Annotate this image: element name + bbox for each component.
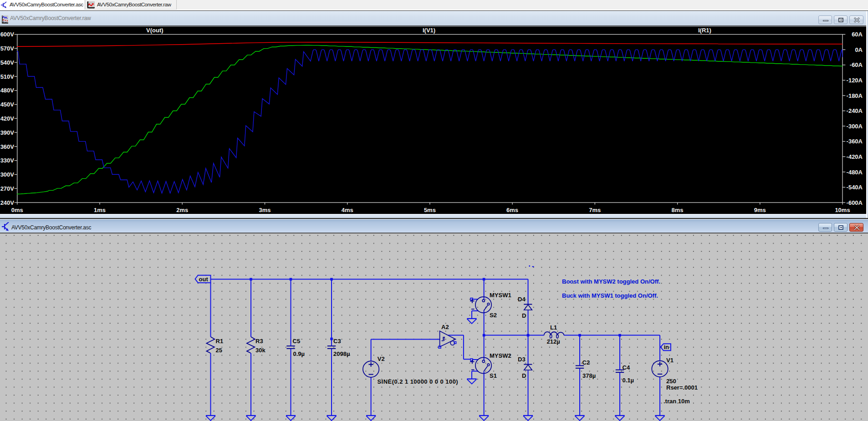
svg-text:C3: C3 (333, 338, 341, 345)
svg-text:480V: 480V (0, 87, 15, 94)
svg-text:2ms: 2ms (176, 207, 188, 213)
svg-text:D: D (522, 372, 526, 379)
svg-text:-540A: -540A (847, 184, 863, 191)
svg-text:378µ: 378µ (582, 372, 596, 379)
svg-text:S2: S2 (490, 312, 497, 319)
svg-text:330V: 330V (0, 157, 15, 164)
svg-text:360V: 360V (0, 143, 15, 150)
svg-text:8ms: 8ms (672, 207, 684, 213)
svg-text:C2: C2 (582, 359, 590, 366)
svg-text:-180A: -180A (847, 92, 863, 99)
svg-text:-600A: -600A (847, 199, 863, 206)
svg-text:-300A: -300A (847, 122, 863, 129)
svg-text:30k: 30k (255, 347, 266, 354)
svg-text:300V: 300V (0, 171, 15, 178)
svg-text:25: 25 (216, 347, 222, 354)
svg-text:MYSW2: MYSW2 (490, 352, 511, 359)
svg-text:0A: 0A (855, 46, 863, 53)
svg-text:in: in (664, 344, 669, 350)
svg-text:60A: 60A (852, 31, 863, 38)
svg-text:C5: C5 (293, 338, 301, 345)
svg-text:240V: 240V (0, 199, 15, 206)
svg-text:2098µ: 2098µ (333, 350, 350, 357)
svg-text:510V: 510V (0, 73, 15, 80)
svg-text:I(R1): I(R1) (698, 27, 711, 34)
svg-text:D3: D3 (518, 356, 526, 363)
svg-text:L1: L1 (550, 324, 557, 331)
svg-text:5ms: 5ms (424, 207, 436, 213)
svg-text:Buck with MYSW1 toggled On/Of: Buck with MYSW1 toggled On/Off. (562, 292, 658, 299)
svg-text:I(V1): I(V1) (423, 27, 435, 34)
svg-text:600V: 600V (0, 31, 15, 38)
svg-text:4ms: 4ms (342, 207, 353, 213)
svg-text:-480A: -480A (847, 168, 863, 175)
svg-text:D: D (522, 312, 526, 319)
svg-text:-420A: -420A (847, 153, 863, 160)
svg-text:R1: R1 (216, 338, 224, 345)
svg-text:450V: 450V (0, 101, 15, 108)
svg-text:MYSW1: MYSW1 (490, 292, 511, 299)
svg-text:10ms: 10ms (835, 207, 850, 213)
svg-text:6ms: 6ms (506, 207, 518, 213)
svg-text:-120A: -120A (847, 77, 863, 84)
svg-text:390V: 390V (0, 129, 15, 136)
svg-text:D4: D4 (518, 296, 526, 303)
svg-text:570V: 570V (0, 45, 15, 52)
svg-text:-60A: -60A (850, 61, 863, 68)
svg-text:250: 250 (666, 378, 676, 385)
svg-text:V2: V2 (378, 355, 385, 362)
svg-text:S1: S1 (490, 372, 497, 379)
svg-text:A2: A2 (441, 324, 449, 330)
svg-text:-360A: -360A (847, 138, 863, 145)
svg-text:9ms: 9ms (754, 207, 766, 213)
svg-text:-240A: -240A (847, 107, 863, 114)
svg-text:212µ: 212µ (547, 338, 560, 345)
svg-text:V1: V1 (666, 357, 674, 364)
svg-text:540V: 540V (0, 59, 15, 66)
svg-text:.tran 10m: .tran 10m (664, 398, 690, 405)
svg-text:0.9µ: 0.9µ (293, 350, 305, 357)
svg-text:3ms: 3ms (259, 207, 271, 213)
svg-text:Boost with MYSW2 toggled On/Of: Boost with MYSW2 toggled On/Off. (562, 278, 660, 285)
svg-text:out: out (199, 276, 209, 283)
svg-text:R3: R3 (255, 338, 263, 345)
svg-text:270V: 270V (0, 185, 15, 192)
svg-text:V(out): V(out) (146, 27, 163, 34)
svg-text:C4: C4 (623, 364, 630, 371)
svg-text:0ms: 0ms (11, 207, 23, 213)
svg-text:Rser=.0001: Rser=.0001 (666, 384, 698, 391)
svg-text:1ms: 1ms (94, 207, 106, 213)
svg-text:SINE(0.2 1 10000 0 0 0 100): SINE(0.2 1 10000 0 0 0 100) (378, 378, 459, 385)
svg-text:7ms: 7ms (589, 207, 601, 213)
svg-text:420V: 420V (0, 115, 15, 122)
svg-text:0.1µ: 0.1µ (623, 377, 634, 384)
